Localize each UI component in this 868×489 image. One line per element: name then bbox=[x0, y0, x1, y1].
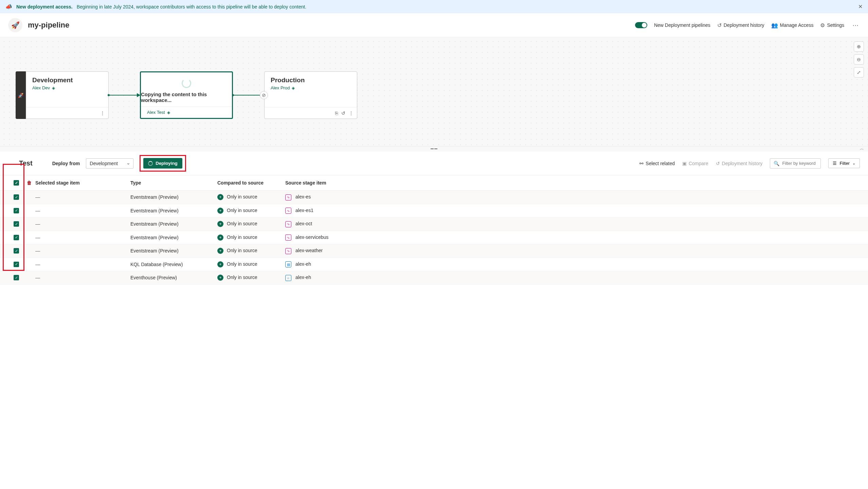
only-in-source-icon: + bbox=[217, 208, 223, 214]
new-pipelines-label: New Deployment pipelines bbox=[654, 22, 710, 28]
source-item-name: alex-eh bbox=[295, 275, 311, 280]
compare-icon: ▣ bbox=[682, 161, 687, 166]
manage-access-link[interactable]: 👥 Manage Access bbox=[771, 22, 814, 29]
stage-rules-button[interactable]: ⎘ bbox=[335, 110, 338, 116]
selected-item-placeholder: — bbox=[35, 221, 40, 227]
stage-card-development[interactable]: Development Alex Dev◈ ⋮ bbox=[26, 71, 109, 119]
deploying-spinner-icon bbox=[148, 161, 153, 166]
row-type: Eventhouse (Preview) bbox=[130, 275, 217, 280]
stage-history-button[interactable]: ↺ bbox=[341, 110, 345, 116]
select-all-checkbox[interactable]: ✓ bbox=[14, 180, 19, 186]
deployment-history-link[interactable]: ↺ Deployment history bbox=[717, 22, 764, 29]
selected-item-placeholder: — bbox=[35, 208, 40, 213]
row-type: KQL Database (Preview) bbox=[130, 262, 217, 267]
toolbar-stage-title: Test bbox=[19, 159, 33, 167]
col-source-header: Source stage item bbox=[285, 180, 860, 186]
select-related-button[interactable]: ⚯ Select related bbox=[639, 161, 675, 166]
history-icon: ↺ bbox=[717, 22, 722, 29]
deploy-from-select[interactable]: Development bbox=[86, 158, 133, 169]
banner-text: Beginning in late July 2024, workspace c… bbox=[77, 4, 306, 10]
history-label: Deployment history bbox=[724, 22, 764, 28]
diamond-icon: ◈ bbox=[292, 86, 295, 90]
selected-item-placeholder: — bbox=[35, 275, 40, 280]
deploy-from-label: Deploy from bbox=[52, 161, 80, 166]
col-type-header: Type bbox=[130, 180, 217, 186]
table-row[interactable]: ✓—Eventstream (Preview)+Only in source∿a… bbox=[0, 217, 868, 231]
compared-label: Only in source bbox=[227, 261, 257, 267]
filter-search-input[interactable] bbox=[782, 161, 817, 166]
row-type: Eventstream (Preview) bbox=[130, 221, 217, 227]
table-row[interactable]: ✓—Eventstream (Preview)+Only in source∿a… bbox=[0, 204, 868, 218]
item-type-icon: ∿ bbox=[285, 221, 291, 227]
table-header-row: ✓ 🗑 Selected stage item Type Compared to… bbox=[0, 175, 868, 191]
settings-link[interactable]: ⚙ Settings bbox=[820, 22, 844, 29]
page-title: my-pipeline bbox=[28, 21, 69, 30]
selected-item-placeholder: — bbox=[35, 235, 40, 240]
page-header: 🚀 my-pipeline New Deployment pipelines ↺… bbox=[0, 13, 868, 37]
source-item-name: alex-servicebus bbox=[295, 234, 328, 240]
source-item-name: alex-es1 bbox=[295, 208, 313, 213]
table-row[interactable]: ✓—KQL Database (Preview)+Only in source▤… bbox=[0, 258, 868, 272]
row-checkbox[interactable]: ✓ bbox=[14, 275, 19, 280]
dev-stage-title: Development bbox=[32, 76, 102, 84]
zoom-in-button[interactable]: ⊕ bbox=[854, 41, 864, 52]
drag-handle-icon bbox=[431, 149, 437, 150]
zoom-fit-button[interactable]: ⤢ bbox=[854, 67, 864, 77]
info-banner: 📣 New deployment access. Beginning in la… bbox=[0, 0, 868, 13]
only-in-source-icon: + bbox=[217, 275, 223, 281]
row-checkbox[interactable]: ✓ bbox=[14, 248, 19, 254]
stage-more-button[interactable]: ⋮ bbox=[349, 110, 354, 116]
table-row[interactable]: ✓—Eventstream (Preview)+Only in source∿a… bbox=[0, 231, 868, 245]
row-checkbox[interactable]: ✓ bbox=[14, 262, 19, 267]
new-pipelines-toggle[interactable] bbox=[635, 22, 647, 28]
prod-stage-workspace: Alex Prod◈ bbox=[271, 85, 351, 90]
item-type-icon: ▤ bbox=[285, 261, 291, 267]
history-icon: ↺ bbox=[716, 161, 720, 166]
only-in-source-icon: + bbox=[217, 261, 223, 267]
source-item-name: alex-weather bbox=[295, 248, 323, 253]
filter-button[interactable]: ☰ Filter ⌄ bbox=[828, 158, 860, 168]
compared-label: Only in source bbox=[227, 221, 257, 226]
row-type: Eventstream (Preview) bbox=[130, 194, 217, 200]
only-in-source-icon: + bbox=[217, 194, 223, 200]
panel-divider[interactable]: ︿ bbox=[0, 146, 868, 152]
arrow-dev-to-test bbox=[109, 95, 140, 95]
banner-title: New deployment access. bbox=[16, 4, 73, 10]
compared-label: Only in source bbox=[227, 194, 257, 199]
only-in-source-icon: + bbox=[217, 248, 223, 254]
only-in-source-icon: + bbox=[217, 234, 223, 241]
row-checkbox[interactable]: ✓ bbox=[14, 208, 19, 213]
stage-more-button[interactable]: ⋮ bbox=[100, 110, 105, 116]
deploy-button[interactable]: Deploying bbox=[143, 158, 182, 169]
table-row[interactable]: ✓—Eventstream (Preview)+Only in source∿a… bbox=[0, 191, 868, 204]
selected-item-placeholder: — bbox=[35, 262, 40, 267]
source-item-name: alex-eh bbox=[295, 261, 311, 267]
table-row[interactable]: ✓—Eventstream (Preview)+Only in source∿a… bbox=[0, 244, 868, 258]
copying-spinner-icon bbox=[182, 78, 191, 88]
item-type-icon: ∿ bbox=[285, 194, 291, 200]
row-type: Eventstream (Preview) bbox=[130, 248, 217, 254]
row-checkbox[interactable]: ✓ bbox=[14, 221, 19, 227]
more-menu-button[interactable]: ⋯ bbox=[851, 20, 860, 30]
deploy-button-label: Deploying bbox=[156, 161, 177, 166]
selected-item-placeholder: — bbox=[35, 194, 40, 200]
zoom-out-button[interactable]: ⊖ bbox=[854, 54, 864, 65]
item-type-icon: ∿ bbox=[285, 248, 291, 254]
delete-icon[interactable]: 🗑 bbox=[27, 180, 32, 186]
filter-icon: ☰ bbox=[833, 161, 837, 166]
settings-label: Settings bbox=[827, 22, 844, 28]
row-checkbox[interactable]: ✓ bbox=[14, 235, 19, 240]
collapse-panel-button[interactable]: ︿ bbox=[860, 146, 864, 152]
prod-stage-title: Production bbox=[271, 76, 351, 84]
table-row[interactable]: ✓—Eventhouse (Preview)+Only in source⌂al… bbox=[0, 271, 868, 285]
row-checkbox[interactable]: ✓ bbox=[14, 194, 19, 200]
announcement-icon: 📣 bbox=[5, 3, 12, 10]
item-type-icon: ∿ bbox=[285, 234, 291, 241]
filter-search-box[interactable]: 🔍 bbox=[770, 158, 821, 169]
banner-close-button[interactable]: ✕ bbox=[858, 3, 863, 10]
stage-card-production[interactable]: ⊘ Production Alex Prod◈ ⎘ ↺ ⋮ bbox=[264, 71, 357, 119]
row-type: Eventstream (Preview) bbox=[130, 235, 217, 240]
stage-card-test[interactable]: Copying the content to this workspace...… bbox=[140, 71, 233, 119]
diamond-icon: ◈ bbox=[167, 110, 170, 115]
people-icon: 👥 bbox=[771, 22, 778, 29]
